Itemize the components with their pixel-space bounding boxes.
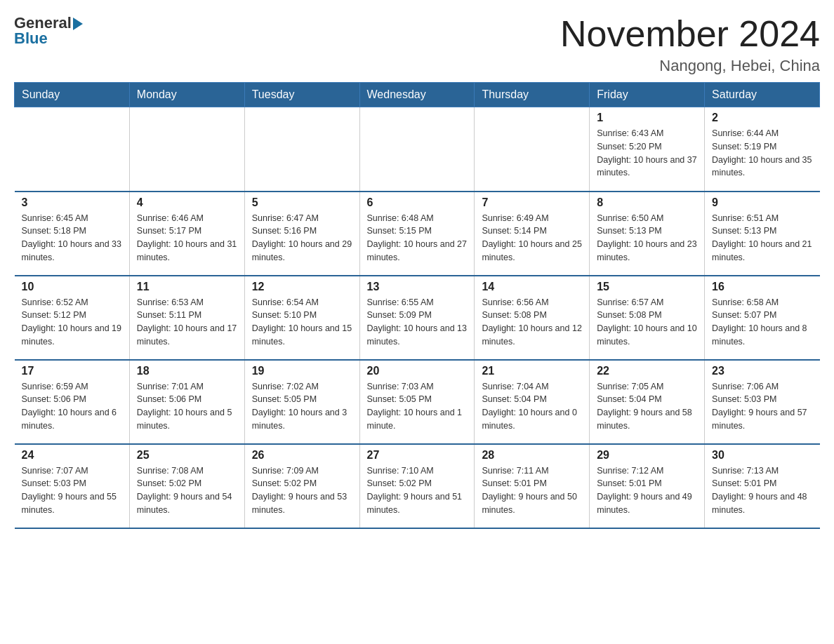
day-number: 13 <box>367 281 468 293</box>
day-number: 19 <box>252 365 352 377</box>
day-info: Sunrise: 6:54 AMSunset: 5:10 PMDaylight:… <box>252 296 352 349</box>
day-number: 4 <box>137 196 237 209</box>
week-row-3: 10Sunrise: 6:52 AMSunset: 5:12 PMDayligh… <box>15 276 820 360</box>
calendar-cell: 22Sunrise: 7:05 AMSunset: 5:04 PMDayligh… <box>590 360 705 444</box>
calendar-cell: 6Sunrise: 6:48 AMSunset: 5:15 PMDaylight… <box>359 192 475 276</box>
location: Nangong, Hebei, China <box>560 57 820 75</box>
logo-arrow-icon <box>73 18 83 30</box>
day-number: 24 <box>22 449 122 462</box>
day-number: 27 <box>367 449 468 462</box>
day-info: Sunrise: 6:56 AMSunset: 5:08 PMDaylight:… <box>482 296 582 349</box>
day-info: Sunrise: 6:48 AMSunset: 5:15 PMDaylight:… <box>367 212 468 264</box>
day-info: Sunrise: 7:03 AMSunset: 5:05 PMDaylight:… <box>367 380 468 433</box>
day-info: Sunrise: 6:45 AMSunset: 5:18 PMDaylight:… <box>22 212 122 264</box>
calendar-cell: 3Sunrise: 6:45 AMSunset: 5:18 PMDaylight… <box>15 192 130 276</box>
calendar-cell <box>15 107 130 192</box>
day-info: Sunrise: 7:10 AMSunset: 5:02 PMDaylight:… <box>367 464 468 517</box>
day-info: Sunrise: 7:06 AMSunset: 5:03 PMDaylight:… <box>712 380 812 433</box>
calendar-cell: 27Sunrise: 7:10 AMSunset: 5:02 PMDayligh… <box>359 444 475 528</box>
calendar-cell <box>359 107 475 192</box>
day-number: 15 <box>597 281 697 293</box>
calendar-cell: 18Sunrise: 7:01 AMSunset: 5:06 PMDayligh… <box>129 360 244 444</box>
calendar-cell: 29Sunrise: 7:12 AMSunset: 5:01 PMDayligh… <box>590 444 705 528</box>
calendar-cell: 15Sunrise: 6:57 AMSunset: 5:08 PMDayligh… <box>590 276 705 360</box>
day-info: Sunrise: 6:51 AMSunset: 5:13 PMDaylight:… <box>712 212 812 264</box>
week-row-1: 1Sunrise: 6:43 AMSunset: 5:20 PMDaylight… <box>15 107 820 192</box>
calendar-cell: 9Sunrise: 6:51 AMSunset: 5:13 PMDaylight… <box>705 192 820 276</box>
day-number: 28 <box>482 449 582 462</box>
header-tuesday: Tuesday <box>244 83 359 107</box>
day-number: 1 <box>597 112 697 124</box>
day-info: Sunrise: 6:46 AMSunset: 5:17 PMDaylight:… <box>137 212 237 264</box>
day-info: Sunrise: 6:43 AMSunset: 5:20 PMDaylight:… <box>597 127 697 180</box>
calendar-cell <box>475 107 590 192</box>
calendar-cell: 12Sunrise: 6:54 AMSunset: 5:10 PMDayligh… <box>244 276 359 360</box>
day-number: 14 <box>482 281 582 293</box>
calendar-cell: 17Sunrise: 6:59 AMSunset: 5:06 PMDayligh… <box>15 360 130 444</box>
day-number: 11 <box>137 281 237 293</box>
day-number: 23 <box>712 365 812 377</box>
day-info: Sunrise: 6:59 AMSunset: 5:06 PMDaylight:… <box>22 380 122 433</box>
week-row-2: 3Sunrise: 6:45 AMSunset: 5:18 PMDaylight… <box>15 192 820 276</box>
day-number: 18 <box>137 365 237 377</box>
day-number: 10 <box>22 281 122 293</box>
calendar-cell: 30Sunrise: 7:13 AMSunset: 5:01 PMDayligh… <box>705 444 820 528</box>
day-info: Sunrise: 7:05 AMSunset: 5:04 PMDaylight:… <box>597 380 697 433</box>
calendar-cell: 2Sunrise: 6:44 AMSunset: 5:19 PMDaylight… <box>705 107 820 192</box>
day-info: Sunrise: 6:50 AMSunset: 5:13 PMDaylight:… <box>597 212 697 264</box>
day-info: Sunrise: 6:52 AMSunset: 5:12 PMDaylight:… <box>22 296 122 349</box>
header-sunday: Sunday <box>15 83 130 107</box>
day-info: Sunrise: 7:11 AMSunset: 5:01 PMDaylight:… <box>482 464 582 517</box>
calendar-cell <box>129 107 244 192</box>
header-friday: Friday <box>590 83 705 107</box>
calendar-cell: 26Sunrise: 7:09 AMSunset: 5:02 PMDayligh… <box>244 444 359 528</box>
day-number: 22 <box>597 365 697 377</box>
day-number: 2 <box>712 112 812 124</box>
day-info: Sunrise: 6:58 AMSunset: 5:07 PMDaylight:… <box>712 296 812 349</box>
calendar-cell: 13Sunrise: 6:55 AMSunset: 5:09 PMDayligh… <box>359 276 475 360</box>
day-info: Sunrise: 7:07 AMSunset: 5:03 PMDaylight:… <box>22 464 122 517</box>
day-number: 30 <box>712 449 812 462</box>
calendar-table: SundayMondayTuesdayWednesdayThursdayFrid… <box>14 82 820 529</box>
day-number: 21 <box>482 365 582 377</box>
day-number: 26 <box>252 449 352 462</box>
day-number: 6 <box>367 196 468 209</box>
day-info: Sunrise: 7:08 AMSunset: 5:02 PMDaylight:… <box>137 464 237 517</box>
day-info: Sunrise: 7:01 AMSunset: 5:06 PMDaylight:… <box>137 380 237 433</box>
day-info: Sunrise: 7:09 AMSunset: 5:02 PMDaylight:… <box>252 464 352 517</box>
calendar-cell: 16Sunrise: 6:58 AMSunset: 5:07 PMDayligh… <box>705 276 820 360</box>
day-number: 9 <box>712 196 812 209</box>
day-info: Sunrise: 6:47 AMSunset: 5:16 PMDaylight:… <box>252 212 352 264</box>
calendar-cell: 28Sunrise: 7:11 AMSunset: 5:01 PMDayligh… <box>475 444 590 528</box>
day-number: 20 <box>367 365 468 377</box>
calendar-cell: 14Sunrise: 6:56 AMSunset: 5:08 PMDayligh… <box>475 276 590 360</box>
day-number: 29 <box>597 449 697 462</box>
day-info: Sunrise: 6:57 AMSunset: 5:08 PMDaylight:… <box>597 296 697 349</box>
logo-blue-text: Blue <box>14 29 83 48</box>
page-header: General Blue November 2024 Nangong, Hebe… <box>14 14 820 75</box>
day-info: Sunrise: 7:02 AMSunset: 5:05 PMDaylight:… <box>252 380 352 433</box>
day-number: 12 <box>252 281 352 293</box>
calendar-cell: 7Sunrise: 6:49 AMSunset: 5:14 PMDaylight… <box>475 192 590 276</box>
day-number: 17 <box>22 365 122 377</box>
calendar-cell: 24Sunrise: 7:07 AMSunset: 5:03 PMDayligh… <box>15 444 130 528</box>
header-saturday: Saturday <box>705 83 820 107</box>
day-number: 8 <box>597 196 697 209</box>
calendar-cell: 10Sunrise: 6:52 AMSunset: 5:12 PMDayligh… <box>15 276 130 360</box>
header-wednesday: Wednesday <box>359 83 475 107</box>
calendar-cell: 19Sunrise: 7:02 AMSunset: 5:05 PMDayligh… <box>244 360 359 444</box>
calendar-header: SundayMondayTuesdayWednesdayThursdayFrid… <box>15 83 820 107</box>
day-number: 16 <box>712 281 812 293</box>
day-info: Sunrise: 6:44 AMSunset: 5:19 PMDaylight:… <box>712 127 812 180</box>
day-number: 5 <box>252 196 352 209</box>
week-row-5: 24Sunrise: 7:07 AMSunset: 5:03 PMDayligh… <box>15 444 820 528</box>
calendar-cell: 23Sunrise: 7:06 AMSunset: 5:03 PMDayligh… <box>705 360 820 444</box>
day-info: Sunrise: 7:12 AMSunset: 5:01 PMDaylight:… <box>597 464 697 517</box>
header-monday: Monday <box>129 83 244 107</box>
calendar-cell: 8Sunrise: 6:50 AMSunset: 5:13 PMDaylight… <box>590 192 705 276</box>
days-of-week-row: SundayMondayTuesdayWednesdayThursdayFrid… <box>15 83 820 107</box>
day-info: Sunrise: 6:53 AMSunset: 5:11 PMDaylight:… <box>137 296 237 349</box>
header-thursday: Thursday <box>475 83 590 107</box>
calendar-cell: 5Sunrise: 6:47 AMSunset: 5:16 PMDaylight… <box>244 192 359 276</box>
calendar-cell <box>244 107 359 192</box>
